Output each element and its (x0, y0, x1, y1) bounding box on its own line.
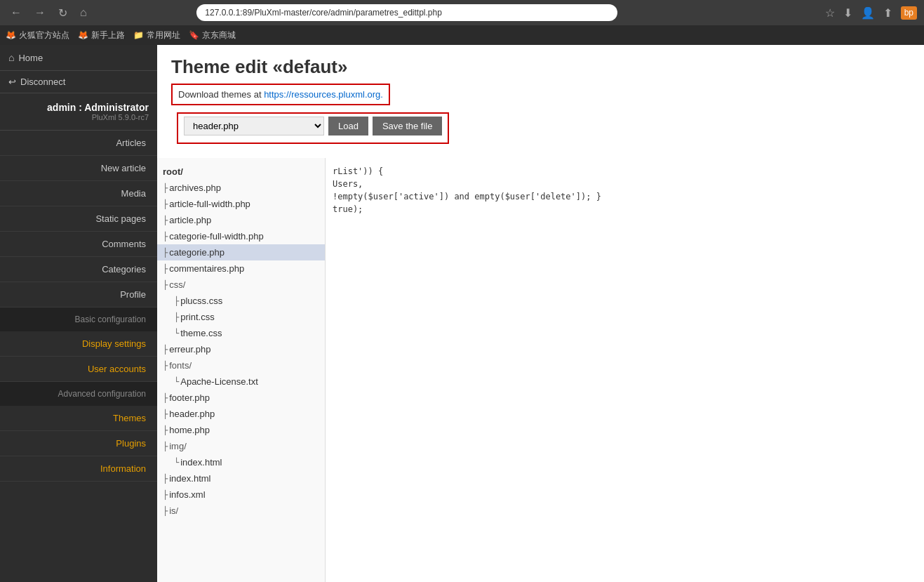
file-tree-header[interactable]: ├ header.php (157, 406, 325, 422)
bookmark-jingdong[interactable]: 🔖 京东商城 (189, 29, 236, 41)
sidebar-user-info: admin : Administrator PluXml 5.9.0-rc7 (0, 93, 157, 131)
connector-fonts: ├ (163, 361, 168, 371)
code-line-4: Users, (333, 178, 917, 190)
back-button[interactable]: ← (7, 5, 25, 20)
sidebar-disconnect-section: ↩ Disconnect (0, 71, 157, 93)
connector-apache: └ (174, 377, 179, 387)
file-tree-commentaires[interactable]: ├ commentaires.php (157, 260, 325, 277)
connector-is: ├ (163, 506, 168, 516)
file-tree-img-folder[interactable]: ├ img/ (157, 438, 325, 454)
menu-button[interactable]: bp (901, 6, 917, 20)
sidebar-item-static-pages[interactable]: Static pages (0, 206, 157, 232)
sidebar-item-new-article[interactable]: New article (0, 156, 157, 181)
sidebar-item-media[interactable]: Media (0, 181, 157, 206)
code-editor-panel[interactable]: rList')) { Users, !empty($user['active']… (326, 158, 924, 582)
sidebar-nav: Articles New article Media Static pages … (0, 131, 157, 582)
main-content: Theme edit «defaut» Download themes at h… (157, 45, 924, 582)
bookmark-changyong[interactable]: 📁 常用网址 (133, 29, 180, 41)
connector-article: ├ (163, 216, 168, 225)
connector-header: ├ (163, 409, 168, 419)
home-icon: ⌂ (8, 52, 14, 63)
connector-css: ├ (163, 280, 168, 290)
sidebar-item-articles[interactable]: Articles (0, 131, 157, 156)
root-label: root/ (157, 164, 325, 180)
connector-commentaires: ├ (163, 264, 168, 274)
bookmark-huohu[interactable]: 🦊 火狐官方站点 (6, 29, 69, 41)
address-bar[interactable]: 127.0.0.1:89/PluXml-master/core/admin/pa… (196, 4, 617, 21)
file-tree-css-folder[interactable]: ├ css/ (157, 277, 325, 293)
file-tree-article[interactable]: ├ article.php (157, 212, 325, 228)
bookmarks-bar: 🦊 火狐官方站点 🦊 新手上路 📁 常用网址 🔖 京东商城 (0, 25, 924, 45)
sidebar-advanced-config-header: Advanced configuration (0, 382, 157, 406)
connector-erreur: ├ (163, 345, 168, 355)
file-tree-erreur[interactable]: ├ erreur.php (157, 341, 325, 357)
file-tree-fonts-folder[interactable]: ├ fonts/ (157, 357, 325, 373)
forward-button[interactable]: → (31, 5, 49, 20)
sidebar-item-plugins[interactable]: Plugins (0, 431, 157, 456)
code-line-5: !empty($user['active']) and empty($user[… (333, 190, 917, 203)
sidebar-item-display-settings[interactable]: Display settings (0, 331, 157, 357)
connector-footer: ├ (163, 393, 168, 403)
load-button[interactable]: Load (328, 117, 368, 135)
connector-archives: ├ (163, 183, 168, 193)
sidebar-item-user-accounts[interactable]: User accounts (0, 357, 157, 382)
huohu-icon: 🦊 (6, 30, 16, 40)
file-tree-img-index[interactable]: └ index.html (157, 454, 325, 470)
sidebar-basic-config-header: Basic configuration (0, 307, 157, 331)
toolbar: header.php Load Save the file (177, 112, 449, 144)
code-line-7: true); (333, 203, 917, 216)
connector-categorie-full: ├ (163, 232, 168, 242)
file-tree-categorie-full[interactable]: ├ categorie-full-width.php (157, 228, 325, 244)
download-link[interactable]: https://ressources.pluxml.org. (264, 89, 383, 100)
code-line-2: rList')) { (333, 165, 917, 178)
connector-print: ├ (174, 312, 179, 322)
file-tree-apache-license[interactable]: └ Apache-License.txt (157, 373, 325, 390)
sidebar-item-themes[interactable]: Themes (0, 406, 157, 431)
file-tree-plucss[interactable]: ├ plucss.css (157, 293, 325, 309)
connector-home: ├ (163, 425, 168, 435)
file-tree-print[interactable]: ├ print.css (157, 309, 325, 325)
file-tree-theme-css[interactable]: └ theme.css (157, 325, 325, 341)
connector-categorie: ├ (163, 248, 168, 258)
jingdong-icon: 🔖 (189, 30, 199, 40)
download-button[interactable]: ⬇ (843, 6, 852, 20)
connector-index: ├ (163, 474, 168, 484)
file-tree-index[interactable]: ├ index.html (157, 470, 325, 487)
bookmark-xinshoulujiao[interactable]: 🦊 新手上路 (78, 29, 125, 41)
app-layout: ⌂ Home ↩ Disconnect admin : Administrato… (0, 45, 924, 582)
connector-img-index: └ (174, 458, 179, 468)
save-button[interactable]: Save the file (373, 117, 443, 135)
download-text: Download themes at (178, 89, 264, 100)
file-tree-is-folder[interactable]: ├ is/ (157, 503, 325, 519)
browser-actions: ☆ ⬇ 👤 ⬆ bp (825, 6, 917, 20)
file-tree-infos[interactable]: ├ infos.xml (157, 487, 325, 503)
file-tree-article-full[interactable]: ├ article-full-width.php (157, 196, 325, 212)
page-title: Theme edit «defaut» (171, 56, 910, 78)
account-button[interactable]: 👤 (861, 6, 875, 20)
sidebar-item-comments[interactable]: Comments (0, 232, 157, 257)
connector-theme-css: └ (174, 329, 179, 338)
file-tree-footer[interactable]: ├ footer.php (157, 390, 325, 406)
refresh-button[interactable]: ↻ (55, 5, 71, 21)
page-header: Theme edit «defaut» Download themes at h… (157, 45, 924, 158)
sidebar: ⌂ Home ↩ Disconnect admin : Administrato… (0, 45, 157, 582)
file-tree-archives[interactable]: ├ archives.php (157, 180, 325, 196)
disconnect-label[interactable]: Disconnect (20, 77, 65, 87)
file-tree-categorie[interactable]: ├ categorie.php (157, 244, 325, 260)
file-select[interactable]: header.php (184, 117, 324, 135)
connector-img: ├ (163, 442, 168, 451)
connector-infos: ├ (163, 490, 168, 500)
file-tree-home[interactable]: ├ home.php (157, 422, 325, 438)
home-button[interactable]: ⌂ (76, 5, 91, 20)
sidebar-item-information[interactable]: Information (0, 456, 157, 482)
bookmark-button[interactable]: ☆ (825, 6, 835, 20)
xinshoulujiao-icon: 🦊 (78, 30, 88, 40)
home-link[interactable]: Home (18, 53, 43, 63)
sidebar-item-categories[interactable]: Categories (0, 257, 157, 282)
download-notice: Download themes at https://ressources.pl… (171, 84, 390, 105)
url-text: 127.0.0.1:89/PluXml-master/core/admin/pa… (205, 8, 442, 18)
connector-plucss: ├ (174, 296, 179, 306)
sidebar-username: admin : Administrator (8, 102, 149, 113)
extension-button[interactable]: ⬆ (883, 6, 892, 20)
sidebar-item-profile[interactable]: Profile (0, 282, 157, 307)
